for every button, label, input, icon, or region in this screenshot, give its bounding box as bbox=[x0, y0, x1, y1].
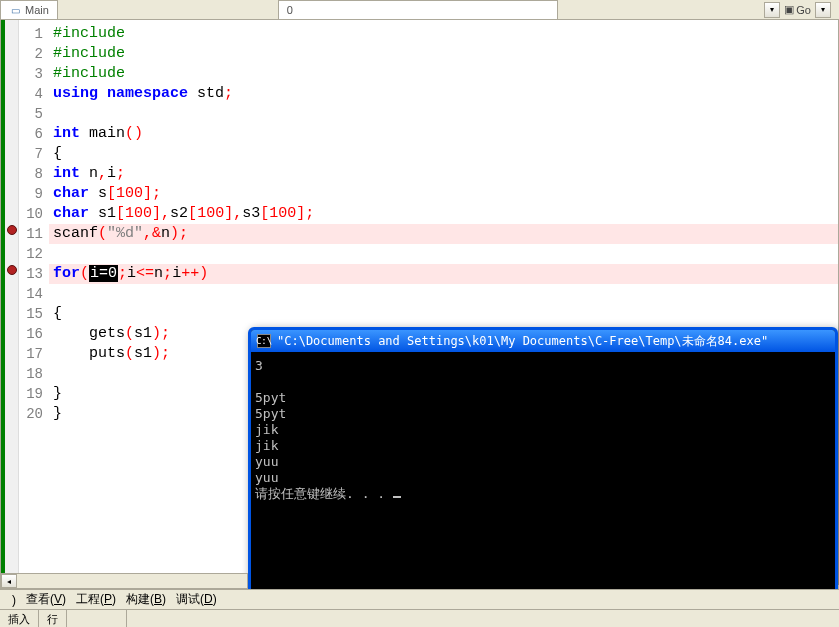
tab-right-controls: ▾ ▣ Go ▾ bbox=[764, 0, 839, 19]
console-output: 3 5pyt 5pyt jik jik yuu yuu 请按任意键继续. . . bbox=[251, 352, 835, 508]
horizontal-scrollbar[interactable]: ◂ bbox=[0, 573, 248, 589]
line-number-gutter: 1234567891011121314151617181920 bbox=[19, 20, 49, 585]
console-title-text: "C:\Documents and Settings\k01\My Docume… bbox=[277, 333, 768, 350]
dropdown-arrow-icon[interactable]: ▾ bbox=[764, 2, 780, 18]
go-icon: ▣ bbox=[784, 3, 794, 16]
tab-label: Main bbox=[25, 4, 49, 16]
breakpoint-icon[interactable] bbox=[7, 265, 17, 275]
combo-field[interactable]: 0 bbox=[278, 0, 558, 19]
status-bar: 插入 行 bbox=[0, 609, 839, 627]
go-button[interactable]: ▣ Go bbox=[784, 3, 811, 16]
menu-view[interactable]: 查看(V) bbox=[22, 589, 70, 610]
console-icon: C:\ bbox=[257, 334, 271, 348]
file-icon: ▭ bbox=[9, 4, 21, 16]
status-col bbox=[67, 610, 127, 627]
go-dropdown-icon[interactable]: ▾ bbox=[815, 2, 831, 18]
status-line-label: 行 bbox=[39, 610, 67, 627]
console-window[interactable]: C:\ "C:\Documents and Settings\k01\My Do… bbox=[248, 327, 838, 627]
menu-project[interactable]: 工程(P) bbox=[72, 589, 120, 610]
status-insert-mode: 插入 bbox=[0, 610, 39, 627]
menu-build[interactable]: 构建(B) bbox=[122, 589, 170, 610]
console-titlebar[interactable]: C:\ "C:\Documents and Settings\k01\My Do… bbox=[251, 330, 835, 352]
menu-close-icon[interactable]: ) bbox=[8, 591, 20, 609]
go-label: Go bbox=[796, 4, 811, 16]
scroll-left-icon[interactable]: ◂ bbox=[1, 574, 17, 588]
breakpoint-icon[interactable] bbox=[7, 225, 17, 235]
menu-debug[interactable]: 调试(D) bbox=[172, 589, 221, 610]
tab-bar: ▭ Main 0 ▾ ▣ Go ▾ bbox=[0, 0, 839, 20]
file-tab[interactable]: ▭ Main bbox=[0, 0, 58, 19]
combo-value: 0 bbox=[287, 4, 293, 16]
breakpoint-gutter[interactable] bbox=[5, 20, 19, 585]
bottom-menu-bar: ) 查看(V) 工程(P) 构建(B) 调试(D) bbox=[0, 589, 839, 609]
